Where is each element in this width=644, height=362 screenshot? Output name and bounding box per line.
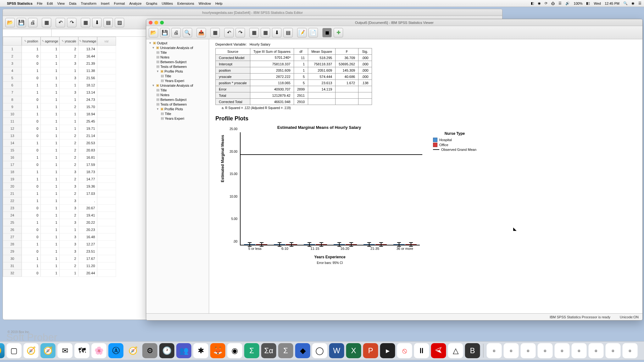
column-header[interactable]: ✎hourwage bbox=[78, 37, 97, 46]
outline-node[interactable]: ▤Title bbox=[147, 50, 208, 55]
row-header[interactable]: 3 bbox=[3, 60, 22, 67]
row-header[interactable]: 21 bbox=[3, 190, 22, 197]
data-cell[interactable]: 0 bbox=[22, 183, 41, 190]
data-cell[interactable]: 1 bbox=[22, 103, 41, 111]
status-icon[interactable]: ◉ bbox=[538, 1, 541, 5]
print-icon[interactable]: 🖨 bbox=[28, 18, 37, 27]
data-cell[interactable]: 16.44 bbox=[78, 53, 97, 60]
row-header[interactable]: 20 bbox=[3, 183, 22, 190]
outline-node[interactable]: ▼▣Profile Plots bbox=[147, 107, 208, 111]
data-cell[interactable] bbox=[97, 161, 116, 168]
data-cell[interactable]: 2 bbox=[59, 154, 78, 161]
data-cell[interactable]: 1 bbox=[41, 226, 59, 233]
data-cell[interactable]: 3 bbox=[59, 233, 78, 241]
data-cell[interactable]: 15.70 bbox=[78, 103, 97, 111]
outline-node[interactable]: ▼▣Univariate Analysis of bbox=[147, 83, 208, 88]
open-icon[interactable]: 📂 bbox=[149, 28, 158, 37]
data-cell[interactable]: 2 bbox=[59, 212, 78, 219]
data-cell[interactable] bbox=[97, 183, 116, 190]
data-cell[interactable]: 2 bbox=[59, 103, 78, 111]
data-cell[interactable]: 0 bbox=[22, 147, 41, 154]
data-cell[interactable] bbox=[97, 132, 116, 140]
add-icon[interactable]: ✚ bbox=[334, 28, 343, 37]
redo-icon[interactable]: ↷ bbox=[67, 18, 76, 27]
spss-icon[interactable]: Σα bbox=[261, 343, 276, 358]
data-cell[interactable]: 1 bbox=[41, 82, 59, 89]
menu-graphs[interactable]: Graphs bbox=[146, 2, 157, 5]
data-cell[interactable]: 1 bbox=[22, 67, 41, 74]
data-cell[interactable]: 1 bbox=[22, 89, 41, 96]
data-cell[interactable]: 1 bbox=[41, 161, 59, 168]
doc-icon[interactable]: ▫ bbox=[623, 343, 638, 358]
undo-icon[interactable]: ↶ bbox=[56, 18, 65, 27]
data-cell[interactable]: 23.51 bbox=[78, 248, 97, 255]
data-cell[interactable]: 1 bbox=[41, 118, 59, 125]
menu-analyze[interactable]: Analyze bbox=[129, 2, 142, 5]
appstore-icon[interactable]: Ⓐ bbox=[108, 343, 124, 358]
box-icon[interactable]: ▢ bbox=[7, 343, 22, 358]
anova-table[interactable]: SourceType III Sum of SquaresdfMean Squa… bbox=[215, 48, 372, 105]
data-cell[interactable]: 1 bbox=[41, 168, 59, 176]
chrome-icon[interactable]: ◉ bbox=[227, 343, 242, 358]
row-header[interactable]: 18 bbox=[3, 168, 22, 176]
data-cell[interactable]: 18.94 bbox=[78, 111, 97, 118]
data-cell[interactable]: 2 bbox=[59, 46, 78, 53]
word-icon[interactable]: W bbox=[329, 343, 344, 358]
menu-extensions[interactable]: Extensions bbox=[177, 2, 194, 5]
data-cell[interactable]: 1 bbox=[22, 46, 41, 53]
status-icon[interactable]: ⏻ bbox=[551, 2, 555, 5]
data-cell[interactable]: 0 bbox=[22, 233, 41, 241]
dialog-icon[interactable]: ▦ bbox=[210, 28, 220, 37]
menu-window[interactable]: Window bbox=[199, 2, 211, 5]
output-content[interactable]: Dependent Variable: Hourly Salary Source… bbox=[209, 39, 642, 313]
menu-file[interactable]: File bbox=[37, 2, 42, 5]
save-icon[interactable]: 💾 bbox=[17, 18, 26, 27]
data-cell[interactable]: 19.41 bbox=[78, 212, 97, 219]
app-icon[interactable]: B bbox=[465, 343, 480, 358]
trash-icon[interactable]: 🗑 bbox=[640, 343, 644, 358]
data-cell[interactable] bbox=[97, 118, 116, 125]
row-header[interactable]: 19 bbox=[3, 176, 22, 183]
outline-node[interactable]: ▤Between-Subject bbox=[147, 97, 208, 102]
data-cell[interactable]: 20.23 bbox=[78, 226, 97, 233]
row-header[interactable]: 30 bbox=[3, 255, 22, 262]
data-cell[interactable]: 1 bbox=[41, 154, 59, 161]
data-cell[interactable]: 3 bbox=[59, 197, 78, 205]
data-cell[interactable]: 20.22 bbox=[78, 219, 97, 226]
data-cell[interactable]: 0 bbox=[22, 212, 41, 219]
menu-utilities[interactable]: Utilities bbox=[162, 2, 173, 5]
data-cell[interactable]: 1 bbox=[59, 270, 78, 277]
outline-node[interactable]: ▤Years Experi bbox=[147, 78, 208, 83]
app-icon[interactable]: ◯ bbox=[312, 343, 327, 358]
outline-node[interactable]: ▼▣Univariate Analysis of bbox=[147, 45, 208, 50]
row-header[interactable]: 2 bbox=[3, 53, 22, 60]
data-cell[interactable] bbox=[97, 168, 116, 176]
data-cell[interactable]: 3 bbox=[59, 74, 78, 82]
notif-icon[interactable]: ☰ bbox=[638, 1, 641, 5]
data-cell[interactable]: 1 bbox=[41, 96, 59, 103]
print-icon[interactable]: 🖨 bbox=[171, 28, 181, 37]
goto-icon[interactable]: ▦ bbox=[81, 18, 90, 27]
data-cell[interactable] bbox=[97, 154, 116, 161]
data-cell[interactable]: 1 bbox=[22, 176, 41, 183]
data-cell[interactable]: 1 bbox=[22, 241, 41, 248]
data-cell[interactable]: 11.38 bbox=[78, 67, 97, 74]
data-cell[interactable]: 1 bbox=[22, 111, 41, 118]
row-header[interactable]: 6 bbox=[3, 82, 22, 89]
data-cell[interactable]: 1 bbox=[22, 140, 41, 147]
doc-icon[interactable]: ▫ bbox=[487, 343, 502, 358]
powerpoint-icon[interactable]: P bbox=[363, 343, 378, 358]
row-header[interactable]: 31 bbox=[3, 262, 22, 270]
output-titlebar[interactable]: Output5 [Document5] - IBM SPSS Statistic… bbox=[146, 19, 642, 26]
data-cell[interactable]: 1 bbox=[22, 262, 41, 270]
data-cell[interactable]: 12.27 bbox=[78, 241, 97, 248]
data-cell[interactable]: 1 bbox=[22, 154, 41, 161]
data-cell[interactable]: 20.53 bbox=[78, 140, 97, 147]
terminal-icon[interactable]: ▸ bbox=[380, 343, 395, 358]
data-cell[interactable]: 1 bbox=[59, 118, 78, 125]
data-cell[interactable] bbox=[97, 197, 116, 205]
excel-icon[interactable]: X bbox=[346, 343, 361, 358]
row-header[interactable]: 1 bbox=[3, 46, 22, 53]
news-icon[interactable]: ⦸ bbox=[397, 343, 412, 358]
row-header[interactable]: 11 bbox=[3, 118, 22, 125]
